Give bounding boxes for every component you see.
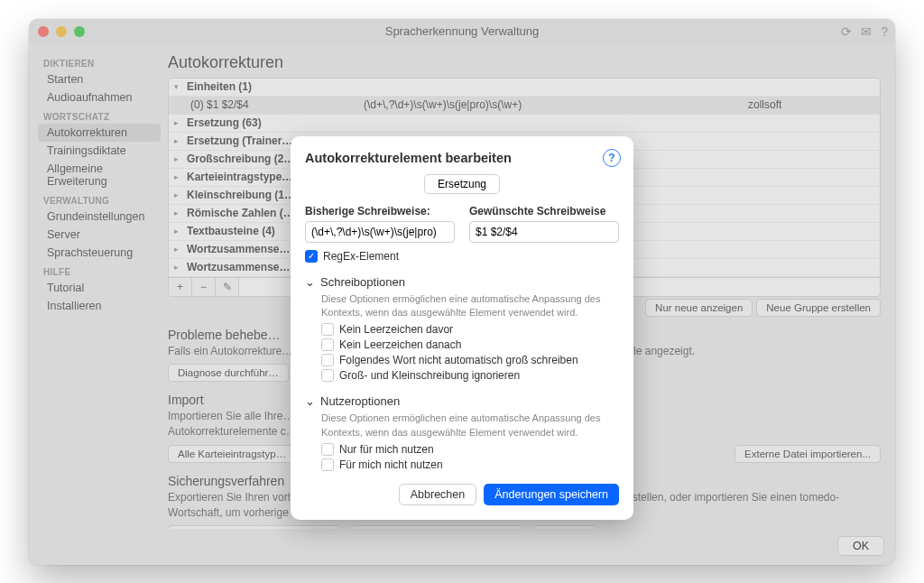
chevron-right-icon: ▸ [174, 208, 185, 217]
window-title: Spracherkennung Verwaltung [29, 24, 895, 38]
chevron-down-icon: ⌄ [305, 394, 315, 408]
cell-pattern: (\d+\,?\d+)\s(\w+)\s(je|pro)\s(\w+) [364, 98, 748, 111]
titlebar: Spracherkennung Verwaltung ⟳ ✉ ? [29, 19, 895, 44]
disclosure-user[interactable]: ⌄Nutzeroptionen [305, 394, 619, 408]
export-button[interactable]: tomedo-Wortschatz exportieren... [168, 525, 341, 528]
mail-icon[interactable]: ✉ [861, 24, 872, 39]
help-icon[interactable]: ? [881, 24, 888, 39]
sidebar-item-audio[interactable]: Audioaufnahmen [38, 88, 161, 106]
checkbox[interactable] [321, 458, 334, 471]
dialog-help-icon[interactable]: ? [603, 149, 621, 167]
chevron-right-icon: ▸ [174, 118, 185, 127]
checkbox-regex[interactable]: ✓ [305, 250, 318, 263]
checkbox[interactable] [321, 354, 334, 366]
diagnose-button[interactable]: Diagnose durchführ… [168, 364, 289, 382]
remove-button[interactable]: − [192, 278, 216, 296]
input-new[interactable] [469, 221, 619, 243]
import-external-button[interactable]: Externe Datei importieren... [735, 445, 881, 463]
sidebar-item-training[interactable]: Trainingsdiktate [38, 142, 161, 160]
tree-group[interactable]: ▾Einheiten (1) [169, 79, 880, 97]
checkbox[interactable] [321, 443, 334, 456]
ok-button[interactable]: OK [837, 536, 884, 556]
sidebar-item-server[interactable]: Server [38, 226, 161, 244]
sidebar-group: HILFE [34, 262, 164, 279]
only-new-button[interactable]: Nur neue anzeigen [645, 299, 753, 317]
checkbox[interactable] [321, 338, 334, 351]
chevron-down-icon: ⌄ [305, 275, 315, 289]
sidebar-group: VERWALTUNG [34, 190, 164, 208]
edit-dialog: ? Autokorrekturelement bearbeiten Ersetz… [291, 136, 633, 521]
tree-group[interactable]: ▸Ersetzung (63) [169, 115, 880, 133]
sidebar-group: WORTSCHATZ [34, 106, 164, 124]
sidebar-item-install[interactable]: Installieren [38, 297, 161, 315]
chevron-down-icon: ▾ [174, 82, 185, 91]
sidebar-item-tutorial[interactable]: Tutorial [38, 279, 161, 297]
tree-item[interactable]: (0) $1 $2/$4 (\d+\,?\d+)\s(\w+)\s(je|pro… [169, 97, 880, 115]
dialog-title: Autokorrekturelement bearbeiten [305, 151, 619, 165]
chevron-right-icon: ▸ [174, 227, 185, 236]
label-regex: RegEx-Element [323, 250, 399, 263]
label-old: Bisherige Schreibweise: [305, 205, 455, 217]
sync-icon[interactable]: ⟳ [841, 24, 852, 39]
sidebar-item-grund[interactable]: Grundeinstellungen [38, 208, 161, 226]
sidebar-group: DIKTIEREN [34, 53, 164, 70]
edit-button[interactable]: ✎ [216, 278, 239, 296]
new-group-button[interactable]: Neue Gruppe erstellen [756, 299, 881, 317]
chevron-right-icon: ▸ [174, 154, 185, 163]
chevron-right-icon: ▸ [174, 263, 185, 272]
app-window: Spracherkennung Verwaltung ⟳ ✉ ? DIKTIER… [29, 19, 895, 565]
sidebar-item-autokorrekturen[interactable]: Autokorrekturen [38, 124, 161, 142]
chevron-right-icon: ▸ [174, 245, 185, 254]
checkbox[interactable] [321, 323, 334, 336]
chevron-right-icon: ▸ [174, 136, 185, 145]
import-button[interactable]: tomedo-Wortschatz importieren... [350, 525, 523, 528]
tab-ersetzung[interactable]: Ersetzung [424, 174, 500, 194]
import-karteitypes-button[interactable]: Alle Karteieintragstyp… [168, 445, 296, 463]
page-title: Autokorrekturen [168, 53, 881, 72]
chevron-right-icon: ▸ [174, 172, 185, 181]
hint-user: Diese Optionen ermöglichen eine automati… [321, 412, 619, 440]
hint-write: Diese Optionen ermöglichen eine automati… [321, 292, 619, 320]
checkbox[interactable] [321, 369, 334, 382]
input-old[interactable] [305, 221, 455, 243]
cell-owner: zollsoft [748, 98, 874, 111]
disclosure-write[interactable]: ⌄Schreiboptionen [305, 275, 619, 289]
cancel-button[interactable]: Abbrechen [399, 484, 476, 505]
cell-result: (0) $1 $2/$4 [174, 98, 364, 111]
upload-button[interactable]: Upload [532, 525, 597, 528]
sidebar-item-sprach[interactable]: Sprachsteuerung [38, 244, 161, 262]
sidebar-item-starten[interactable]: Starten [38, 70, 161, 88]
chevron-right-icon: ▸ [174, 190, 185, 199]
sidebar-item-allgemein[interactable]: Allgemeine Erweiterung [38, 160, 161, 190]
label-new: Gewünschte Schreibweise [469, 205, 619, 217]
sidebar: DIKTIEREN Starten Audioaufnahmen WORTSCH… [29, 44, 164, 529]
add-button[interactable]: + [169, 278, 192, 296]
save-button[interactable]: Änderungen speichern [484, 484, 619, 505]
